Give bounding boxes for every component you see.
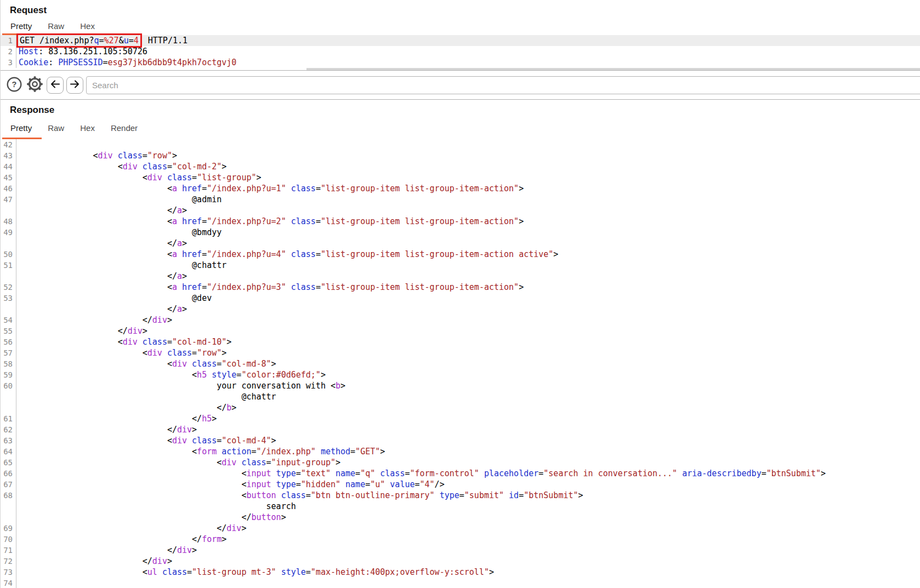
line-number: 47 bbox=[1, 194, 16, 205]
response-code-line: 58 <div class="col-md-8"> bbox=[1, 358, 920, 369]
response-code-line: 67 <input type="hidden" name="u" value="… bbox=[1, 479, 920, 490]
line-number: 52 bbox=[1, 282, 16, 293]
settings-button[interactable] bbox=[26, 76, 44, 94]
response-code-line: </a> bbox=[1, 271, 920, 282]
code-text bbox=[16, 578, 19, 588]
code-text: <h5 style="color:#0d6efd;"> bbox=[16, 369, 326, 380]
response-code-line: 69 </div> bbox=[1, 523, 920, 534]
code-text: <a href="/index.php?u=3" class="list-gro… bbox=[16, 282, 524, 293]
code-text: Cookie: PHPSESSID=esg37jkb6dbb9t4pkh7oct… bbox=[16, 57, 236, 68]
request-line: 1GET /index.php?q=%27&u=4 HTTP/1.1 bbox=[1, 35, 920, 46]
response-code-line: 71 </div> bbox=[1, 545, 920, 556]
code-text: @admin bbox=[16, 194, 222, 205]
code-text: @dev bbox=[16, 293, 212, 304]
arrow-right-icon bbox=[70, 79, 80, 91]
code-text: <a href="/index.php?u=1" class="list-gro… bbox=[16, 183, 524, 194]
response-code-line: 62 </div> bbox=[1, 424, 920, 435]
request-horizontal-scrollbar[interactable] bbox=[1, 68, 920, 70]
back-button[interactable] bbox=[47, 77, 64, 94]
request-editor[interactable]: 1GET /index.php?q=%27&u=4 HTTP/1.12Host:… bbox=[1, 35, 920, 68]
response-code-line: 56 <div class="col-md-10"> bbox=[1, 336, 920, 347]
question-mark-circle-icon: ? bbox=[6, 76, 22, 94]
code-text: <ul class="list-group mt-3" style="max-h… bbox=[16, 567, 494, 578]
help-button[interactable]: ? bbox=[5, 76, 23, 94]
search-toolbar: ? bbox=[1, 71, 920, 100]
code-text: your conversation with <b> bbox=[16, 380, 345, 391]
request-tab-pretty[interactable]: Pretty bbox=[10, 21, 32, 31]
response-code-line: 50 <a href="/index.php?u=4" class="list-… bbox=[1, 249, 920, 260]
code-text: </a> bbox=[16, 238, 187, 249]
code-text: <div class="col-md-2"> bbox=[16, 161, 226, 172]
response-code-line: </a> bbox=[1, 238, 920, 249]
response-tab-raw[interactable]: Raw bbox=[48, 123, 64, 133]
response-code-line: 48 <a href="/index.php?u=2" class="list-… bbox=[1, 216, 920, 227]
response-code-line: 46 <a href="/index.php?u=1" class="list-… bbox=[1, 183, 920, 194]
request-panel: Request PrettyRawHex 1GET /index.php?q=%… bbox=[1, 0, 920, 71]
line-number: 46 bbox=[1, 183, 16, 194]
line-number bbox=[1, 501, 16, 512]
line-number: 74 bbox=[1, 578, 16, 588]
response-code-line: 63 <div class="col-md-4"> bbox=[1, 435, 920, 446]
scrollbar-thumb[interactable] bbox=[306, 68, 920, 70]
response-code-line: </button> bbox=[1, 512, 920, 523]
line-number: 53 bbox=[1, 293, 16, 304]
line-number: 51 bbox=[1, 260, 16, 271]
code-text: <div class="col-md-4"> bbox=[16, 435, 276, 446]
line-number: 70 bbox=[1, 534, 16, 545]
code-text: GET /index.php?q=%27&u=4 HTTP/1.1 bbox=[16, 35, 188, 46]
line-number: 50 bbox=[1, 249, 16, 260]
code-text bbox=[16, 139, 19, 150]
code-text: </div> bbox=[16, 315, 172, 326]
response-tab-pretty[interactable]: Pretty bbox=[10, 123, 32, 133]
line-number bbox=[1, 402, 16, 413]
response-tab-hex[interactable]: Hex bbox=[80, 123, 95, 133]
code-text: </div> bbox=[16, 424, 197, 435]
code-text: @chattr bbox=[16, 391, 276, 402]
response-code-line: 43 <div class="row"> bbox=[1, 150, 920, 161]
request-title: Request bbox=[1, 0, 920, 16]
response-code-line: </b> bbox=[1, 402, 920, 413]
line-number: 73 bbox=[1, 567, 16, 578]
request-tab-hex[interactable]: Hex bbox=[80, 21, 95, 31]
code-text: <a href="/index.php?u=4" class="list-gro… bbox=[16, 249, 558, 260]
response-code-line: 72 </div> bbox=[1, 556, 920, 567]
response-code-line: 60 your conversation with <b> bbox=[1, 380, 920, 391]
request-tab-raw[interactable]: Raw bbox=[48, 21, 64, 31]
line-number: 42 bbox=[1, 139, 16, 150]
line-number: 66 bbox=[1, 468, 16, 479]
response-code-line: @chattr bbox=[1, 391, 920, 402]
response-code-line: 52 <a href="/index.php?u=3" class="list-… bbox=[1, 282, 920, 293]
code-text: </button> bbox=[16, 512, 286, 523]
code-text: </div> bbox=[16, 545, 197, 556]
search-input[interactable] bbox=[86, 76, 920, 94]
response-code-line: 74 bbox=[1, 578, 920, 588]
response-viewer[interactable]: 4243 <div class="row">44 <div class="col… bbox=[1, 139, 920, 588]
response-tab-render[interactable]: Render bbox=[111, 123, 138, 133]
line-number: 69 bbox=[1, 523, 16, 534]
request-line: 2Host: 83.136.251.105:50726 bbox=[1, 46, 920, 57]
code-text: </a> bbox=[16, 271, 187, 282]
response-code-line: 42 bbox=[1, 139, 920, 150]
code-text: <div class="row"> bbox=[16, 347, 226, 358]
code-text: <button class="btn btn-outline-primary" … bbox=[16, 490, 583, 501]
line-number: 72 bbox=[1, 556, 16, 567]
line-number bbox=[1, 238, 16, 249]
forward-button[interactable] bbox=[66, 77, 83, 94]
code-text: <div class="row"> bbox=[16, 150, 177, 161]
line-number: 2 bbox=[1, 46, 16, 57]
line-number bbox=[1, 205, 16, 216]
response-code-line: 55 </div> bbox=[1, 326, 920, 336]
line-number: 61 bbox=[1, 413, 16, 424]
line-number: 56 bbox=[1, 336, 16, 347]
line-number: 49 bbox=[1, 227, 16, 238]
code-text: @chattr bbox=[16, 260, 226, 271]
line-number: 1 bbox=[1, 35, 16, 46]
code-text: <div class="input-group"> bbox=[16, 457, 340, 468]
code-text: <input type="text" name="q" class="form-… bbox=[16, 468, 826, 479]
line-number: 60 bbox=[1, 380, 16, 391]
line-number: 59 bbox=[1, 369, 16, 380]
gear-icon bbox=[26, 75, 44, 95]
code-text: </b> bbox=[16, 402, 236, 413]
response-code-line: 44 <div class="col-md-2"> bbox=[1, 161, 920, 172]
response-code-line: 70 </form> bbox=[1, 534, 920, 545]
